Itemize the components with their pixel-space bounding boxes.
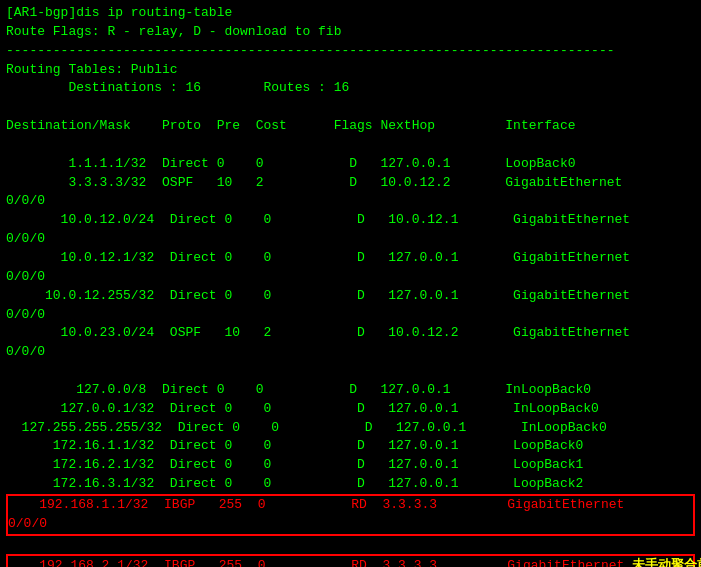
r6b-line: 0/0/0: [6, 343, 695, 362]
r7-line: 127.0.0/8 Direct 0 0 D 127.0.0.1 InLoopB…: [6, 381, 695, 400]
r4b-line: 0/0/0: [6, 268, 695, 287]
r2-line: 3.3.3.3/32 OSPF 10 2 D 10.0.12.2 Gigabit…: [6, 174, 695, 193]
blank4-line: [6, 536, 695, 555]
r8-line: 127.0.0.1/32 Direct 0 0 D 127.0.0.1 InLo…: [6, 400, 695, 419]
r14-line: 192.168.2.1/32 IBGP 255 0 RD 3.3.3.3 Gig…: [8, 556, 693, 567]
r11-line: 172.16.2.1/32 Direct 0 0 D 127.0.0.1 Loo…: [6, 456, 695, 475]
r3-line: 10.0.12.0/24 Direct 0 0 D 10.0.12.1 Giga…: [6, 211, 695, 230]
blank1-line: [6, 98, 695, 117]
blank2-line: [6, 136, 695, 155]
terminal: [AR1-bgp]dis ip routing-table Route Flag…: [0, 0, 701, 567]
r2b-line: 0/0/0: [6, 192, 695, 211]
red-border-group-1: 192.168.1.1/32 IBGP 255 0 RD 3.3.3.3 Gig…: [6, 494, 695, 536]
blank3-line: [6, 362, 695, 381]
cmd-line: [AR1-bgp]dis ip routing-table: [6, 4, 695, 23]
r5b-line: 0/0/0: [6, 306, 695, 325]
r6-line: 10.0.23.0/24 OSPF 10 2 D 10.0.12.2 Gigab…: [6, 324, 695, 343]
r10-line: 172.16.1.1/32 Direct 0 0 D 127.0.0.1 Loo…: [6, 437, 695, 456]
routeflags-line: Route Flags: R - relay, D - download to …: [6, 23, 695, 42]
r4-line: 10.0.12.1/32 Direct 0 0 D 127.0.0.1 Giga…: [6, 249, 695, 268]
red-border-group-2: 192.168.2.1/32 IBGP 255 0 RD 3.3.3.3 Gig…: [6, 554, 695, 567]
destinations-line: Destinations : 16 Routes : 16: [6, 79, 695, 98]
annotation-label: 未手动聚合前: [624, 557, 701, 567]
separator-line: ----------------------------------------…: [6, 42, 695, 61]
header-line: Destination/Mask Proto Pre Cost Flags Ne…: [6, 117, 695, 136]
r9-line: 127.255.255.255/32 Direct 0 0 D 127.0.0.…: [6, 419, 695, 438]
r13-line: 192.168.1.1/32 IBGP 255 0 RD 3.3.3.3 Gig…: [8, 496, 693, 515]
r1-line: 1.1.1.1/32 Direct 0 0 D 127.0.0.1 LoopBa…: [6, 155, 695, 174]
rt-label-line: Routing Tables: Public: [6, 61, 695, 80]
r12-line: 172.16.3.1/32 Direct 0 0 D 127.0.0.1 Loo…: [6, 475, 695, 494]
r13b-line: 0/0/0: [8, 515, 693, 534]
r3b-line: 0/0/0: [6, 230, 695, 249]
r5-line: 10.0.12.255/32 Direct 0 0 D 127.0.0.1 Gi…: [6, 287, 695, 306]
